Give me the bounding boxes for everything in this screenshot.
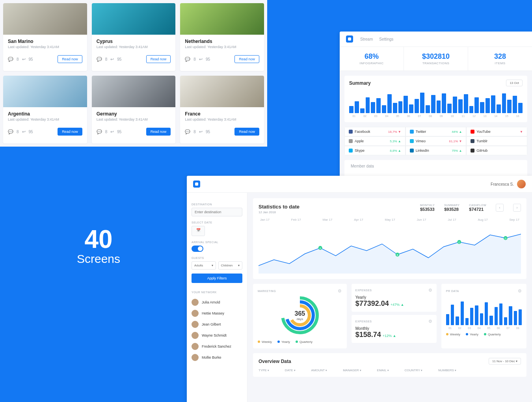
bar [485,302,488,325]
bar [458,99,463,113]
gear-icon[interactable]: ⚙ [428,288,433,293]
bar [519,309,522,325]
source-cell[interactable]: GitHub [466,146,527,155]
bar [447,104,452,113]
source-cell[interactable]: LinkedIn 75% ▲ [406,146,467,155]
chart-prev-button[interactable]: ‹ [496,204,504,212]
source-cell[interactable]: Skype 8,8% ▲ [344,146,406,155]
arrival-toggle[interactable] [192,246,203,252]
network-label: YOUR NETWORK [192,291,242,294]
network-item[interactable]: Julia Arnold [192,297,242,308]
summary-card: Summary 13 Oct 0102030405060708091011121… [344,76,527,122]
stat-block: 328ITEMS [468,47,532,71]
bar [491,95,495,113]
bar [387,94,392,113]
overview-col[interactable]: AMOUNT [311,368,327,372]
share-count: 95 [29,130,33,134]
bar [453,97,457,113]
source-icon [471,130,474,134]
nav-stream[interactable]: Stream [360,37,373,41]
travel-card: Argentina Last updated: Yesterday 3:41AM… [3,76,87,143]
share-icon: ↩ [110,129,114,134]
chart-stat: MONTHLY$53533 [420,204,435,212]
gear-icon[interactable]: ⚙ [518,288,522,294]
card-title: France [185,111,259,117]
date-picker[interactable]: 13 Oct [506,80,523,86]
network-item[interactable]: Wayne Schmidt [192,330,242,341]
svg-text:C: C [458,241,460,244]
read-now-button[interactable]: Read now [234,55,259,63]
read-now-button[interactable]: Read now [58,55,82,63]
comment-count: 8 [105,57,108,61]
source-cell[interactable]: Twitter 44% ▲ [406,127,467,136]
bar [349,106,353,113]
hero-label: Screens [47,252,150,266]
bar [495,307,498,325]
nav-settings[interactable]: Settings [379,37,393,41]
network-item[interactable]: Mollie Burke [192,352,242,363]
overview-col[interactable]: EMAIL [377,368,389,372]
travel-card: Netherlands Last updated: Yesterday 3:41… [180,3,264,71]
share-count: 95 [206,130,210,134]
overview-col[interactable]: MANAGER [343,368,361,372]
network-item[interactable]: Jean Gilbert [192,319,242,330]
comment-count: 8 [17,57,19,61]
dashboard-sidebar: DESTINATION SELECT DATE 📅 ARRIVAL SPECIA… [187,193,247,402]
read-now-button[interactable]: Read now [146,55,171,63]
adults-select[interactable]: Adults▾ [192,261,216,270]
source-cell[interactable]: Vimeo 61,1% ▼ [406,136,467,146]
source-cell[interactable]: Apple 5,3% ▲ [344,136,406,146]
card-updated: Last updated: Yesterday 3:41AM [185,45,259,49]
date-input[interactable]: 📅 [192,226,205,236]
chart-date: 12 Jan 2018 [259,210,299,214]
apply-filters-button[interactable]: Apply Filters [192,274,242,283]
read-now-button[interactable]: Read now [58,128,82,136]
bar [470,308,473,325]
gear-icon[interactable]: ⚙ [428,319,433,324]
stat-block: $302810TRANSACTIONS [404,47,468,71]
avatar [517,180,526,188]
bar [371,102,375,113]
source-cell[interactable]: Facebook 18,7% ▼ [344,127,406,136]
expenses-column: EXPENSES⚙ Yearly $77392.04+47% ▲ EXPENSE… [352,284,437,348]
travel-card: Germany Last updated: Yesterday 3:41AM 💬… [92,76,176,143]
share-icon: ↩ [110,57,114,62]
source-icon [349,149,353,153]
overview-col[interactable]: DATE [285,368,296,372]
user-name: Francesca S. [491,182,514,186]
user-menu[interactable]: Francesca S. [491,180,526,188]
expense-card: EXPENSES⚙ Monthly $158.74+12% ▲ [352,315,437,343]
read-now-button[interactable]: Read now [234,128,259,136]
overview-col[interactable]: NUMBERS [438,368,456,372]
stat-block: 68%INFOGRAPHIC [340,47,404,71]
bar [415,99,419,113]
card-title: Argentina [8,111,82,117]
bar [513,96,517,113]
overview-date-picker[interactable]: 11 Nov - 10 Dec ▾ [489,358,521,365]
selectdate-label: SELECT DATE [192,221,242,224]
card-image [3,76,87,107]
bar [366,97,370,113]
bar [437,100,441,113]
hero-number: 40 [47,225,150,254]
card-updated: Last updated: Yesterday 3:41AM [185,117,259,121]
network-item[interactable]: Frederick Sanchez [192,341,242,352]
card-image [3,3,87,35]
overview-col[interactable]: COUNTRY [405,368,422,372]
comment-icon: 💬 [97,129,102,134]
destination-label: DESTINATION [192,203,242,206]
chart-next-button[interactable]: › [513,204,521,212]
card-image [180,3,264,35]
source-cell[interactable]: Tumblr [466,136,527,146]
gear-icon[interactable]: ⚙ [338,288,342,294]
children-select[interactable]: Children▾ [218,261,243,270]
source-icon [349,130,353,134]
bar [409,104,413,113]
read-now-button[interactable]: Read now [146,128,171,136]
bar [469,106,474,113]
network-item[interactable]: Hettie Massey [192,308,242,319]
destination-input[interactable] [192,208,242,216]
overview-col[interactable]: TYPE [259,368,269,372]
source-cell[interactable]: YouTube ▼ [466,127,527,136]
bar [355,101,359,113]
